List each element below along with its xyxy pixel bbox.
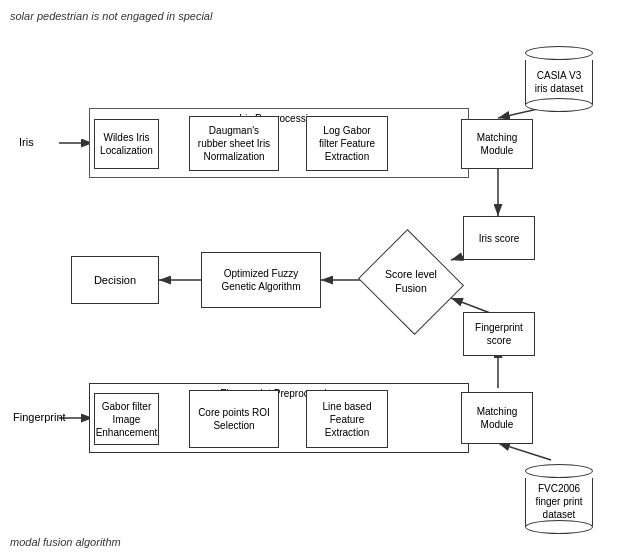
matching-module-fp: MatchingModule (461, 392, 533, 444)
ofga-box: Optimized FuzzyGenetic Algorithm (201, 252, 321, 308)
decision-box: Decision (71, 256, 159, 304)
fingerprint-label: Fingerprint (13, 411, 66, 423)
core-points-box: Core points ROISelection (189, 390, 279, 448)
gabor-filter-box: Gabor filterImageEnhancement (94, 393, 159, 445)
wildes-box: Wildes IrisLocalization (94, 119, 159, 169)
casia-cylinder: CASIA V3 iris dataset (519, 46, 599, 112)
fvc-cylinder: FVC2006 finger print dataset (519, 464, 599, 534)
matching-module-iris: MatchingModule (461, 119, 533, 169)
fingerprint-score-box: Fingerprintscore (463, 312, 535, 356)
line-based-box: Line basedFeatureExtraction (306, 390, 388, 448)
bottom-note: modal fusion algorithm (10, 536, 630, 548)
score-fusion-diamond: Score levelFusion (366, 242, 456, 322)
iris-score-box: Iris score (463, 216, 535, 260)
daugman-box: Daugman'srubber sheet IrisNormalization (189, 116, 279, 171)
iris-label: Iris (19, 136, 34, 148)
svg-line-16 (498, 443, 551, 460)
diagram-container: Iris Iris Preprocessing Wildes IrisLocal… (11, 28, 629, 528)
loggabor-box: Log Gaborfilter FeatureExtraction (306, 116, 388, 171)
top-note: solar pedestrian is not engaged in speci… (10, 10, 630, 22)
